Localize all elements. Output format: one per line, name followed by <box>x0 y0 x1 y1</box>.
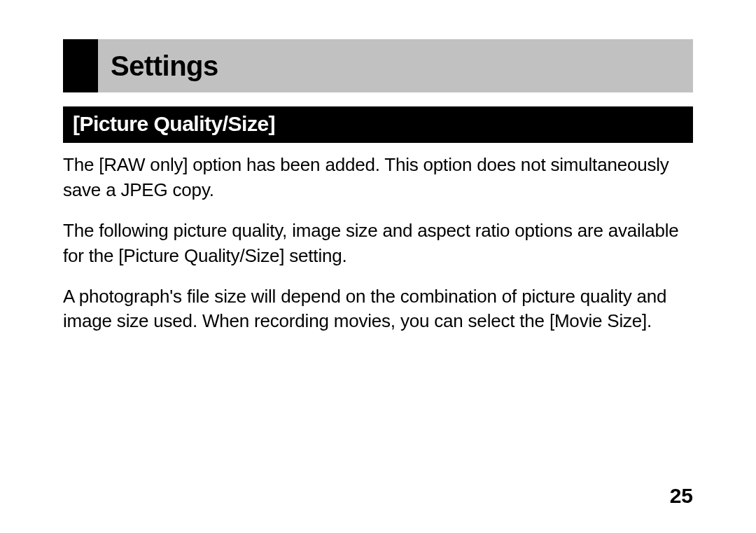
paragraph-3: A photograph's file size will depend on … <box>63 284 693 335</box>
subsection-title: [Picture Quality/Size] <box>73 112 275 135</box>
document-page: Settings [Picture Quality/Size] The [RAW… <box>0 0 756 533</box>
section-title: Settings <box>111 50 218 82</box>
header-gray-block: Settings <box>98 39 693 92</box>
header-black-block <box>63 39 98 92</box>
subsection-header-bar: [Picture Quality/Size] <box>63 106 693 143</box>
section-header-bar: Settings <box>63 39 693 92</box>
paragraph-2: The following picture quality, image siz… <box>63 219 693 269</box>
page-number: 25 <box>670 484 693 508</box>
paragraph-1: The [RAW only] option has been added. Th… <box>63 153 693 203</box>
